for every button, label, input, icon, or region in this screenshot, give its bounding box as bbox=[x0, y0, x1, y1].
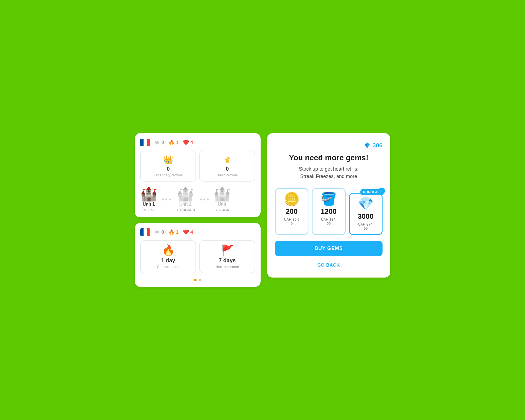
unit-2-label: Unit 2 bbox=[179, 202, 191, 207]
legendary-crown-box: 👑 0 Legendary crowns bbox=[140, 151, 196, 182]
top-bar-2: 0 🔥 1 ❤️ 4 bbox=[140, 228, 255, 236]
package-1200[interactable]: 🪣 1200 UAH 134.99 bbox=[312, 188, 345, 235]
milestone-flag-icon: 🚩 bbox=[221, 245, 234, 256]
crown-count-2: 0 bbox=[161, 229, 164, 235]
crown-stat-2: 0 bbox=[154, 229, 164, 235]
streak-row: 🔥 1 day Current streak 🚩 7 days Next mil… bbox=[140, 240, 255, 273]
gems-modal: 306 You need more gems! Stock up to get … bbox=[267, 133, 390, 278]
svg-marker-1 bbox=[143, 209, 146, 211]
flag-blue bbox=[140, 139, 144, 146]
gem-balance: 306 bbox=[364, 142, 383, 149]
dot-1 bbox=[162, 199, 164, 200]
unit-1-sub: 0/50 bbox=[143, 208, 154, 212]
unit-1-castle: 🏰 bbox=[140, 187, 157, 201]
card-crowns-units: 0 🔥 1 ❤️ 4 👑 0 Legendary crowns bbox=[135, 133, 261, 217]
french-flag-2 bbox=[140, 228, 150, 236]
dot-5 bbox=[203, 199, 205, 200]
crown-icon bbox=[154, 140, 160, 145]
gem-icon bbox=[364, 142, 371, 149]
buy-gems-button[interactable]: BUY GEMS bbox=[275, 241, 383, 256]
crown-stat: 0 bbox=[154, 140, 164, 145]
flame-icon-2: 🔥 bbox=[168, 229, 174, 235]
unit-1-dots bbox=[160, 199, 173, 200]
dot-6 bbox=[207, 199, 209, 200]
heart-icon-2: ❤️ bbox=[183, 229, 189, 235]
basic-crown-box: ♛ 0 Basic crowns bbox=[199, 151, 255, 182]
packages-row: 🪙 200 UAH 35.99 🪣 1200 UAH 134.99 POPULA… bbox=[275, 188, 383, 235]
crown-icon-2 bbox=[154, 229, 160, 235]
svg-rect-3 bbox=[216, 210, 217, 211]
unit-2-sub: LOCKED bbox=[176, 208, 195, 212]
dot-2 bbox=[165, 199, 167, 200]
dot-4 bbox=[200, 199, 202, 200]
svg-marker-0 bbox=[155, 141, 159, 144]
milestone-box: 🚩 7 days Next milestone bbox=[199, 240, 255, 273]
flag-red bbox=[147, 139, 150, 146]
unit-1-label: Unit 1 bbox=[143, 202, 155, 207]
go-back-button[interactable]: GO BACK bbox=[275, 261, 383, 270]
svg-marker-4 bbox=[155, 230, 159, 233]
package-200-gems: 200 bbox=[286, 207, 298, 216]
unit-3-lock-icon bbox=[215, 208, 218, 212]
unit-3-sub: LOCK bbox=[215, 208, 229, 212]
package-1200-img: 🪣 bbox=[320, 192, 337, 206]
package-1200-price: UAH 134.99 bbox=[321, 217, 336, 226]
gem-balance-count: 306 bbox=[372, 142, 383, 149]
package-3000-img: 💎 bbox=[357, 197, 374, 211]
popular-checkmark: ✓ bbox=[378, 188, 385, 194]
legendary-crown-count: 0 bbox=[167, 166, 170, 172]
flag-white bbox=[144, 139, 147, 146]
streak-stat: 🔥 1 bbox=[168, 139, 179, 145]
flag-blue-2 bbox=[140, 228, 144, 236]
legendary-crown-icon: 👑 bbox=[163, 155, 173, 165]
page-dot-1 bbox=[194, 279, 197, 281]
streak-value: 1 day bbox=[161, 257, 175, 264]
package-200-img: 🪙 bbox=[284, 192, 300, 206]
streak-count-2: 1 bbox=[176, 229, 179, 235]
crown-count: 0 bbox=[161, 140, 164, 145]
basic-crown-icon: ♛ bbox=[224, 155, 231, 165]
streak-label: Current streak bbox=[157, 265, 179, 269]
unit-3: 🏰 Unit LOCK bbox=[214, 187, 231, 212]
french-flag bbox=[140, 139, 150, 146]
hearts-stat: ❤️ 4 bbox=[183, 139, 193, 145]
unit-2: 🏰 Unit 2 LOCKED bbox=[176, 187, 195, 212]
unit-2-lock-icon bbox=[176, 208, 179, 212]
legendary-crown-label: Legendary crowns bbox=[154, 173, 183, 177]
flag-white-2 bbox=[144, 228, 147, 236]
heart-icon: ❤️ bbox=[183, 139, 189, 145]
milestone-label: Next milestone bbox=[215, 265, 239, 269]
svg-marker-7 bbox=[365, 144, 367, 148]
units-row: 🏰 Unit 1 0/50 🏰 Unit 2 bbox=[140, 187, 255, 212]
package-200-price: UAH 35.99 bbox=[284, 217, 299, 226]
package-200[interactable]: 🪙 200 UAH 35.99 bbox=[275, 188, 308, 235]
hearts-stat-2: ❤️ 4 bbox=[183, 229, 193, 235]
basic-crown-count: 0 bbox=[226, 166, 229, 172]
basic-crown-label: Basic crowns bbox=[217, 173, 238, 177]
hearts-count-2: 4 bbox=[190, 229, 193, 235]
streak-flame-icon: 🔥 bbox=[162, 245, 175, 256]
unit-2-dots bbox=[198, 199, 211, 200]
unit-3-castle: 🏰 bbox=[214, 187, 231, 201]
package-3000-gems: 3000 bbox=[358, 212, 374, 221]
unit-3-label: Unit bbox=[218, 202, 226, 207]
package-1200-gems: 1200 bbox=[321, 207, 337, 216]
streak-stat-2: 🔥 1 bbox=[168, 229, 179, 235]
modal-title: You need more gems! bbox=[275, 153, 383, 162]
unit-1-crown-icon bbox=[143, 208, 147, 212]
card-streak: 0 🔥 1 ❤️ 4 🔥 1 day Current streak bbox=[135, 223, 261, 287]
crowns-row: 👑 0 Legendary crowns ♛ 0 Basic crowns bbox=[140, 151, 255, 182]
unit-1[interactable]: 🏰 Unit 1 0/50 bbox=[140, 187, 157, 212]
page-indicator bbox=[140, 279, 255, 281]
modal-desc: Stock up to get heart refills, Streak Fr… bbox=[275, 165, 383, 180]
hearts-count: 4 bbox=[190, 140, 193, 145]
flame-icon: 🔥 bbox=[168, 139, 174, 145]
unit-2-castle: 🏰 bbox=[177, 187, 194, 201]
gem-count-header: 306 bbox=[275, 142, 383, 149]
top-bar-1: 0 🔥 1 ❤️ 4 bbox=[140, 139, 255, 146]
current-streak-box: 🔥 1 day Current streak bbox=[140, 240, 196, 273]
package-3000[interactable]: POPULAR ✓ 💎 3000 UAH 274.99 bbox=[349, 193, 383, 235]
flag-red-2 bbox=[147, 228, 150, 236]
dot-3 bbox=[169, 199, 171, 200]
main-container: 0 🔥 1 ❤️ 4 👑 0 Legendary crowns bbox=[135, 133, 390, 287]
